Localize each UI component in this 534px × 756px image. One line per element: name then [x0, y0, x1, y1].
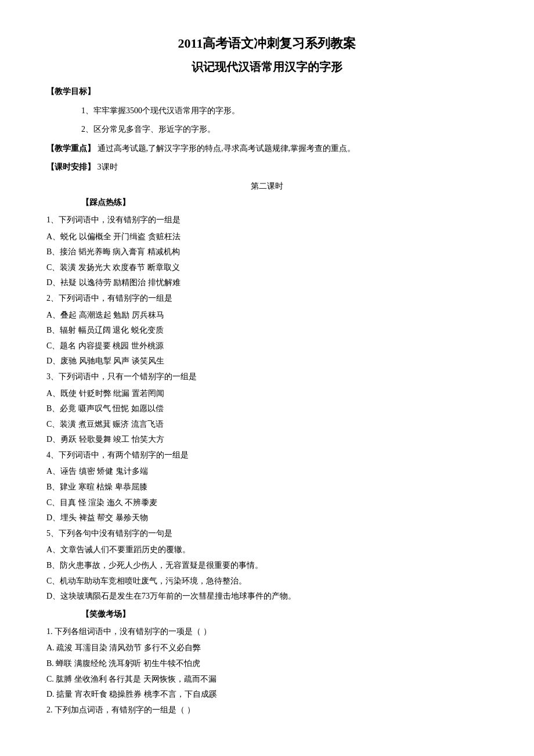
q2c: C、题名 内容提要 桃园 世外桃源	[46, 339, 488, 354]
objectives-section: 【教学目标】	[46, 84, 488, 100]
q4d: D、埋头 裨益 帮交 暴殄天物	[46, 510, 488, 526]
eq1d: D. 掂量 宵衣旰食 稳操胜券 桃李不言，下自成蹊	[46, 687, 488, 703]
eq1: 1. 下列各组词语中，没有错别字的一项是（ ）	[46, 624, 488, 640]
objectives-label: 【教学目标】	[46, 87, 95, 96]
q3b: B、必竟 嗫声叹气 忸怩 如愿以偿	[46, 401, 488, 417]
q2a: A、叠起 高潮迭起 勉励 厉兵秣马	[46, 308, 488, 323]
key-points-section: 【教学重点】 通过高考试题,了解汉字字形的特点,寻求高考试题规律,掌握考查的重点…	[46, 141, 488, 157]
sub-title: 识记现代汉语常用汉字的字形	[46, 59, 488, 75]
obj2: 2、区分常见多音字、形近字的字形。	[46, 122, 488, 138]
key-points-label: 【教学重点】	[46, 144, 95, 153]
q5b: B、防火患事故，少死人少伤人，无容置疑是很重要的事情。	[46, 558, 488, 574]
eq2: 2. 下列加点词语，有错别字的一组是（ ）	[46, 703, 488, 718]
eq1b: B. 蝉联 满腹经纶 洗耳躬听 初生牛犊不怕虎	[46, 656, 488, 672]
q3: 3、下列词语中，只有一个错别字的一组是	[46, 369, 488, 385]
q1b: B、接治 韬光养晦 病入膏肓 精减机构	[46, 244, 488, 260]
q5: 5、下列各句中没有错别字的一句是	[46, 526, 488, 542]
main-title: 2011高考语文冲刺复习系列教案	[46, 35, 488, 52]
q2: 2、下列词语中，有错别字的一组是	[46, 291, 488, 307]
q3a: A、既使 针贬时弊 纰漏 置若罔闻	[46, 386, 488, 402]
exam-title: 【笑傲考场】	[46, 609, 488, 620]
q2d: D、废驰 风驰电掣 风声 谈笑风生	[46, 354, 488, 369]
q4b: B、肄业 寒暄 枯燥 卑恭屈膝	[46, 480, 488, 495]
q4c: C、目真 怪 渲染 迤久 不辨黍麦	[46, 495, 488, 511]
lesson-label: 第二课时	[46, 181, 488, 192]
eq1a: A. 疏浚 耳濡目染 清风劲节 多行不义必自弊	[46, 640, 488, 656]
q1c: C、装潢 发扬光大 欢度春节 断章取义	[46, 260, 488, 276]
q1a: A、蜕化 以偏概全 开门缉盗 贪赃枉法	[46, 229, 488, 245]
eq1c: C. 肱膊 坐收渔利 各行其是 天网恢恢，疏而不漏	[46, 672, 488, 687]
schedule-label: 【课时安排】	[46, 163, 95, 171]
practice-title: 【踩点热练】	[46, 197, 488, 208]
q3d: D、勇跃 轻歌曼舞 竣工 怡笑大方	[46, 432, 488, 448]
schedule-text: 3课时	[98, 163, 118, 171]
q5d: D、这块玻璃陨石是发生在73万年前的一次彗星撞击地球事件的产物。	[46, 589, 488, 604]
schedule-section: 【课时安排】 3课时	[46, 160, 488, 175]
q4a: A、诬告 缜密 矫健 鬼计多端	[46, 464, 488, 480]
q1d: D、袪疑 以逸待劳 励精图治 排忧解难	[46, 275, 488, 291]
q5c: C、机动车助动车竞相喷吐废气，污染环境，急待整治。	[46, 574, 488, 589]
q5a: A、文章告诫人们不要重蹈历史的覆辙。	[46, 542, 488, 558]
key-points-text: 通过高考试题,了解汉字字形的特点,寻求高考试题规律,掌握考查的重点。	[98, 144, 356, 153]
q1: 1、下列词语中，没有错别字的一组是	[46, 213, 488, 228]
obj1: 1、牢牢掌握3500个现代汉语常用字的字形。	[46, 103, 488, 119]
q4: 4、下列词语中，有两个错别字的一组是	[46, 448, 488, 463]
q2b: B、辐射 幅员辽阔 退化 蜕化变质	[46, 323, 488, 339]
q3c: C、装潢 煮豆燃萁 赈济 流言飞语	[46, 417, 488, 433]
